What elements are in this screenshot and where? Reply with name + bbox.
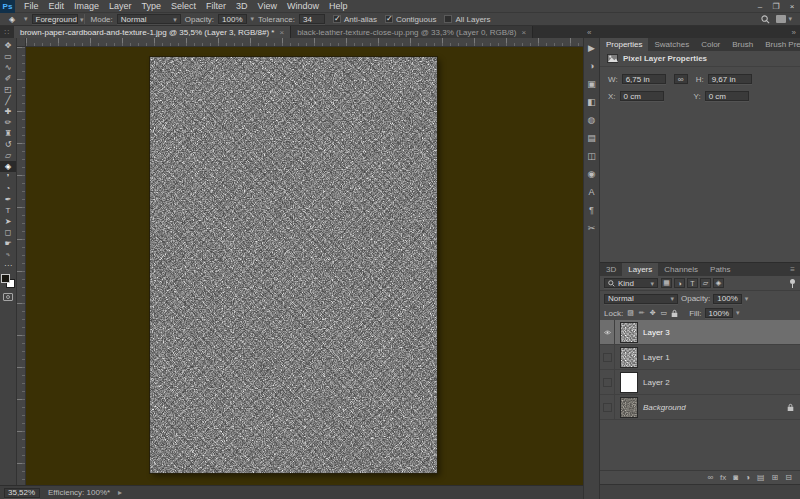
layer-row[interactable]: Layer 3 <box>600 320 800 345</box>
paint-bucket-tool[interactable]: ◈ <box>0 161 16 172</box>
opacity-field[interactable]: 100% <box>218 14 246 24</box>
panel-menu-icon[interactable]: ≡ <box>785 263 800 276</box>
options-checkbox[interactable]: All Layers <box>444 15 490 24</box>
blur-tool[interactable]: ❜ <box>0 172 16 183</box>
new-layer-icon[interactable]: ⊞ <box>772 473 779 482</box>
width-field[interactable]: 6,75 in <box>622 74 666 84</box>
quick-mask-button[interactable] <box>3 293 13 301</box>
menu-item[interactable]: File <box>19 0 44 13</box>
menu-item[interactable]: Filter <box>201 0 231 13</box>
menu-item[interactable]: Image <box>69 0 104 13</box>
panel-tab[interactable]: Brush <box>726 38 759 51</box>
brush-tool[interactable]: ✏ <box>0 117 16 128</box>
y-field[interactable]: 0 cm <box>705 91 749 101</box>
layer-row[interactable]: Layer 2 <box>600 370 800 395</box>
visibility-toggle[interactable] <box>600 320 615 345</box>
panel-tab[interactable]: Paths <box>704 263 736 276</box>
foreground-color-swatch[interactable] <box>1 274 10 283</box>
search-icon[interactable] <box>761 15 770 24</box>
fill-field[interactable]: 100% <box>705 308 733 318</box>
link-dimensions-icon[interactable]: ∞ <box>674 74 688 84</box>
close-tab-icon[interactable]: × <box>521 28 526 37</box>
rectangular-marquee-tool[interactable]: ▭ <box>0 51 16 62</box>
fill-arrow-icon[interactable]: ▾ <box>736 309 740 317</box>
document-tab[interactable]: black-leather-texture-close-up.png @ 33,… <box>291 26 533 38</box>
lock-image-icon[interactable]: ✏ <box>638 309 646 317</box>
menu-item[interactable]: Window <box>282 0 324 13</box>
delete-layer-icon[interactable]: ⊟ <box>785 473 792 482</box>
blend-mode-select[interactable]: Normal ▾ <box>604 294 678 304</box>
history-brush-tool[interactable]: ↺ <box>0 139 16 150</box>
menu-item[interactable]: Select <box>166 0 201 13</box>
mode-select[interactable]: Normal ▾ <box>117 14 181 24</box>
collapse-panels-icon[interactable]: » <box>792 28 796 37</box>
menu-item[interactable]: Type <box>137 0 167 13</box>
more-tools[interactable]: ⋯ <box>0 260 16 271</box>
zoom-level-field[interactable]: 35,52% <box>4 488 40 498</box>
layer-opacity-field[interactable]: 100% <box>713 294 741 304</box>
adjustments-panel-icon[interactable]: ◑ <box>584 61 599 71</box>
menu-item[interactable]: 3D <box>231 0 253 13</box>
clone-stamp-tool[interactable]: ♜ <box>0 128 16 139</box>
lock-all-icon[interactable] <box>671 309 678 318</box>
clone-source-panel-icon[interactable]: ◍ <box>584 115 599 125</box>
panel-tab[interactable]: 3D <box>600 263 622 276</box>
menu-item[interactable]: Help <box>324 0 353 13</box>
layer-row[interactable]: Background <box>600 395 800 420</box>
opacity-arrow-icon[interactable]: ▾ <box>745 295 749 303</box>
canvas-area[interactable] <box>17 38 583 485</box>
filter-pixel-layers-icon[interactable]: ▦ <box>661 278 672 288</box>
visibility-toggle[interactable] <box>600 345 615 370</box>
menu-item[interactable]: Edit <box>44 0 70 13</box>
x-field[interactable]: 0 cm <box>620 91 664 101</box>
visibility-toggle[interactable] <box>600 395 615 420</box>
tolerance-field[interactable]: 34 <box>299 14 325 24</box>
layer-style-icon[interactable]: fx <box>720 473 726 482</box>
layer-comps-panel-icon[interactable]: ▤ <box>584 133 599 143</box>
visibility-toggle[interactable] <box>600 370 615 395</box>
panel-tab[interactable]: Color <box>695 38 726 51</box>
filter-shape-layers-icon[interactable]: ▱ <box>700 278 711 288</box>
pen-tool[interactable]: ✒ <box>0 194 16 205</box>
actions-panel-icon[interactable]: ▶ <box>584 43 599 53</box>
quick-selection-tool[interactable]: ✐ <box>0 73 16 84</box>
options-checkbox[interactable]: Contiguous <box>385 15 436 24</box>
navigator-panel-icon[interactable]: ◉ <box>584 169 599 179</box>
layer-filter-select[interactable]: Kind ▾ <box>604 278 658 288</box>
filter-smart-objects-icon[interactable]: ◈ <box>713 278 724 288</box>
lock-artboard-icon[interactable]: ▭ <box>660 309 669 317</box>
eyedropper-tool[interactable]: ╱ <box>0 95 16 106</box>
zoom-tool[interactable]: ♀ <box>0 249 16 260</box>
panel-tab[interactable]: Brush Presets <box>759 38 800 51</box>
hand-tool[interactable]: ☛ <box>0 238 16 249</box>
move-tool[interactable]: ✥ <box>0 40 16 51</box>
workspace-switcher[interactable]: ▾ <box>776 15 792 23</box>
styles-panel-icon[interactable]: ▣ <box>584 79 599 89</box>
options-checkbox[interactable]: Anti-alias <box>333 15 377 24</box>
crop-tool[interactable]: ◰ <box>0 84 16 95</box>
menu-item[interactable]: Layer <box>104 0 137 13</box>
shape-tool[interactable]: ◻ <box>0 227 16 238</box>
eraser-tool[interactable]: ▱ <box>0 150 16 161</box>
status-menu-chevron-icon[interactable]: ▸ <box>118 488 122 497</box>
new-adjustment-layer-icon[interactable]: ◑ <box>745 473 750 482</box>
document-image[interactable] <box>150 57 437 473</box>
link-layers-icon[interactable]: ∞ <box>707 473 713 482</box>
layer-row[interactable]: Layer 1 <box>600 345 800 370</box>
close-tab-icon[interactable]: × <box>279 28 284 37</box>
filter-type-layers-icon[interactable]: T <box>687 278 698 288</box>
path-selection-tool[interactable]: ➤ <box>0 216 16 227</box>
histogram-panel-icon[interactable]: ◫ <box>584 151 599 161</box>
character-panel-icon[interactable]: A <box>584 187 599 197</box>
new-group-icon[interactable]: ▤ <box>757 473 765 482</box>
filter-adjustment-layers-icon[interactable]: ◑ <box>674 278 685 288</box>
height-field[interactable]: 9,67 in <box>708 74 752 84</box>
opacity-arrow-icon[interactable]: ▾ <box>251 15 255 23</box>
menu-item[interactable]: View <box>253 0 282 13</box>
lock-position-icon[interactable]: ✥ <box>649 309 657 317</box>
lock-transparency-icon[interactable]: ▨ <box>626 309 635 317</box>
tool-preset-arrow-icon[interactable]: ▾ <box>24 15 28 23</box>
dodge-tool[interactable]: ◔ <box>0 183 16 194</box>
libraries-panel-icon[interactable]: ◧ <box>584 97 599 107</box>
panel-tab[interactable]: Properties <box>600 38 648 51</box>
